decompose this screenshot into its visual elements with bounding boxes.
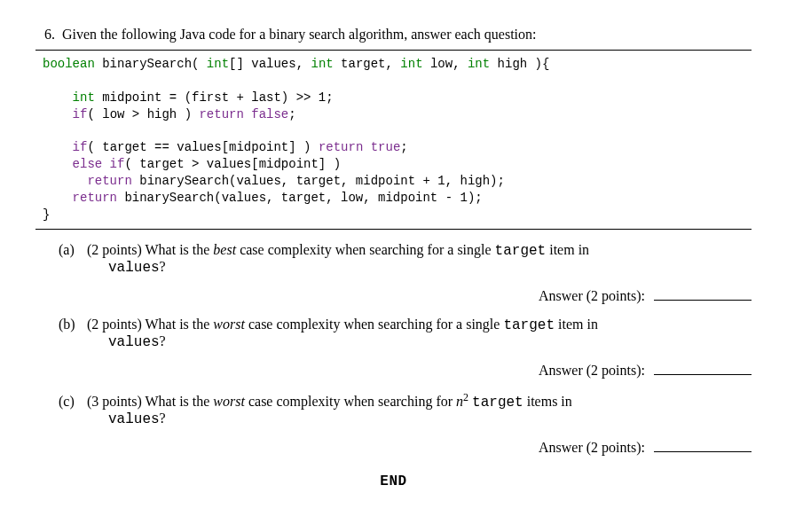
code-text: binarySearch( [95,57,207,71]
subpart-continue: values? [108,259,752,276]
points: (2 points) [87,242,142,257]
text: What is the [142,394,214,409]
text: case complexity when searching for a sin… [236,242,494,257]
values-tt: values [108,411,160,427]
subpart-body: (2 points) What is the worst case comple… [87,317,598,332]
qmark: ? [160,333,166,348]
answer-line-a: Answer (2 points): [59,288,752,304]
subpart-c: (c) (3 points) What is the worst case co… [59,391,752,427]
subparts: (a) (2 points) What is the best case com… [35,242,752,456]
subpart-label: (a) [59,242,83,258]
text: item in [555,317,598,332]
code-text: ; [400,140,407,154]
code-block: boolean binarySearch( int[] values, int … [43,56,752,223]
end-marker: END [35,473,752,489]
question-number: 6. [35,27,55,43]
subpart-continue: values? [108,333,752,350]
question-prompt: Given the following Java code for a bina… [62,27,536,42]
code-text: [] values, [229,57,311,71]
code-text: binarySearch(values, target, low, midpoi… [117,191,483,205]
worst-italic: worst [213,394,245,409]
worst-italic: worst [213,317,245,332]
answer-blank[interactable] [654,374,752,375]
code-text: midpoint = (first + last) >> 1; [95,90,334,105]
kw-int: int [468,57,490,71]
subpart-label: (c) [59,394,83,410]
text: What is the [142,242,214,257]
kw-return: return [43,174,132,188]
code-text: target, [334,57,401,71]
subpart-body: (3 points) What is the worst case comple… [87,394,572,409]
text: case complexity when searching for [245,394,456,409]
kw-boolean: boolean [43,57,95,71]
target-tt: target [503,317,555,333]
code-text: ( low > high ) [87,107,199,121]
code-text: ( target == values[midpoint] ) [87,140,318,154]
n-var: n [456,394,463,409]
text: items in [523,394,572,409]
text: item in [546,242,589,257]
subpart-a: (a) (2 points) What is the best case com… [59,242,752,276]
code-text: high ){ [490,57,549,71]
rule-top [35,50,752,51]
answer-label: Answer (2 points): [539,288,645,303]
target-tt: target [472,395,523,411]
qmark: ? [160,259,166,274]
kw-if: if [43,107,87,121]
question-header: 6. Given the following Java code for a b… [35,27,752,43]
code-text: ; [288,107,295,121]
subpart-label: (b) [59,317,83,332]
kw-else-if: else if [43,157,124,171]
subpart-body: (2 points) What is the best case complex… [87,242,589,257]
points: (2 points) [87,317,142,332]
rule-bottom [35,229,752,230]
text: What is the [142,317,214,332]
text: case complexity when searching for a sin… [245,317,503,332]
best-italic: best [213,242,236,257]
code-text: low, [423,57,468,71]
points: (3 points) [87,394,142,409]
kw-int: int [43,90,95,105]
values-tt: values [108,334,160,350]
values-tt: values [108,260,160,276]
answer-line-b: Answer (2 points): [59,363,752,379]
kw-return: return [43,191,117,205]
code-text: ( target > values[midpoint] ) [124,157,341,171]
answer-line-c: Answer (2 points): [59,440,752,456]
kw-int: int [311,57,333,71]
subpart-b: (b) (2 points) What is the worst case co… [59,317,752,350]
qmark: ? [160,411,166,426]
kw-return-false: return false [199,107,288,121]
kw-if: if [43,140,87,154]
kw-return-true: return true [319,140,400,154]
answer-label: Answer (2 points): [539,440,645,455]
target-tt: target [495,243,547,259]
code-text: binarySearch(values, target, midpoint + … [132,174,505,188]
answer-label: Answer (2 points): [539,363,645,378]
code-text: } [43,207,50,222]
kw-int: int [400,57,422,71]
kw-int: int [207,57,229,71]
answer-blank[interactable] [654,451,752,452]
subpart-continue: values? [108,411,752,427]
answer-blank[interactable] [654,300,752,301]
